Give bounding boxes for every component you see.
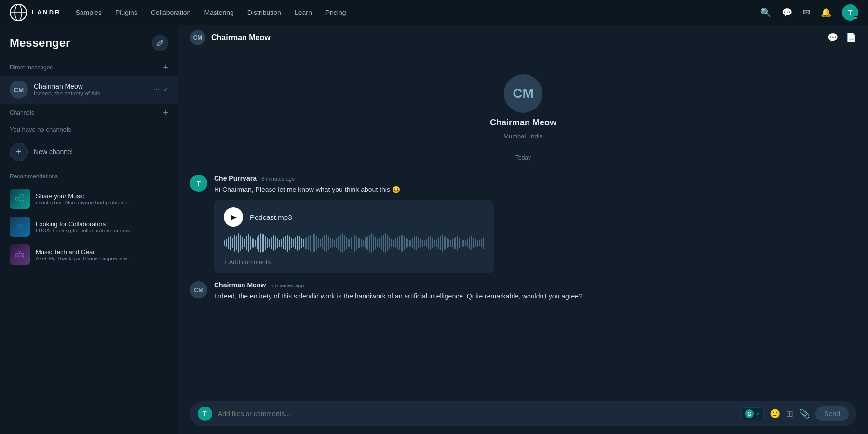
no-channels-message: You have no channels [0, 121, 178, 138]
date-divider-line-left [190, 158, 510, 158]
audio-player: ▶ Podcast.mp3 + Add comments [214, 200, 494, 273]
contact-location: Mumbai, India [503, 133, 543, 140]
dm-name: Chairman Meow [34, 82, 148, 90]
message-group-1: CM Chairman Meow 5 minutes ago Indeed, t… [178, 277, 868, 305]
rec-name: Share your Music [36, 192, 168, 200]
nav-plugins[interactable]: Plugins [115, 9, 137, 16]
channels-label: Channels [10, 109, 34, 116]
message-avatar-1: CM [190, 281, 207, 298]
message-time-1: 5 minutes ago [271, 283, 304, 288]
add-comments-label: + Add comments [224, 258, 271, 266]
sidebar: Messenger Direct messages + CM Chairman … [0, 25, 178, 434]
svg-point-6 [21, 200, 24, 203]
chat-area: CM Chairman Meow 💬 📄 CM Chairman Meow Mu… [178, 25, 868, 434]
dm-preview: Indeed, the entirety of this... [34, 90, 148, 97]
svg-line-7 [18, 197, 21, 198]
chat-bubble-icon[interactable]: 💬 [782, 7, 792, 18]
chat-header-right: 💬 📄 [827, 32, 856, 43]
rec-item-share-music[interactable]: Share your Music christopher: Also anyon… [10, 185, 168, 213]
nav-mastering[interactable]: Mastering [204, 9, 233, 16]
new-channel-label: New channel [34, 148, 73, 156]
bell-icon[interactable]: 🔔 [821, 7, 831, 18]
new-channel-button[interactable]: + New channel [0, 138, 178, 166]
nav-collaboration[interactable]: Collaboration [151, 9, 191, 16]
new-channel-plus-icon: + [10, 143, 28, 161]
svg-line-3 [161, 41, 162, 42]
chat-input-area: T G ✓ 🙂 ⊞ 📎 Send [178, 395, 868, 434]
chat-header-file-icon[interactable]: 📄 [846, 32, 856, 43]
sidebar-header: Messenger [0, 25, 178, 58]
add-direct-message-button[interactable]: + [163, 63, 168, 72]
online-indicator [854, 16, 858, 20]
logo-text: LANDR [32, 9, 61, 16]
recommendations-section: Recommendations Share your Music christo… [0, 166, 178, 272]
attachment-icon[interactable]: 📎 [799, 408, 810, 419]
play-button[interactable]: ▶ [224, 207, 243, 227]
add-file-icon[interactable]: ⊞ [786, 408, 793, 419]
dm-item-chairman-meow[interactable]: CM Chairman Meow Indeed, the entirety of… [0, 76, 178, 104]
rec-name: Music Tech and Gear [36, 248, 168, 256]
message-header-1: Chairman Meow 5 minutes ago [214, 281, 856, 289]
message-avatar-0: T [190, 175, 207, 192]
chat-header-message-icon[interactable]: 💬 [827, 32, 838, 43]
nav-links: Samples Plugins Collaboration Mastering … [76, 9, 761, 16]
rec-thumb-music-tech [10, 244, 30, 265]
search-icon[interactable]: 🔍 [760, 7, 771, 18]
nav-samples[interactable]: Samples [76, 9, 102, 16]
svg-point-10 [20, 224, 23, 227]
rec-item-collaborators[interactable]: Looking for Collaborators LUCA: Looking … [10, 213, 168, 241]
sidebar-title: Messenger [10, 36, 70, 50]
dm-more-icon[interactable]: ··· [153, 85, 160, 94]
main-layout: Messenger Direct messages + CM Chairman … [0, 25, 868, 434]
nav-right-actions: 🔍 💬 ✉ 🔔 T [760, 4, 858, 21]
chat-header-avatar: CM [190, 30, 205, 45]
nav-distribution[interactable]: Distribution [247, 9, 281, 16]
audio-top: ▶ Podcast.mp3 [224, 207, 484, 227]
message-group-0: T Che Purrvara 6 minutes ago Hi Chairman… [178, 171, 868, 277]
input-row: T G ✓ 🙂 ⊞ 📎 Send [190, 401, 856, 426]
landr-logo-icon [10, 4, 27, 21]
message-header-0: Che Purrvara 6 minutes ago [214, 175, 856, 182]
rec-thumb-collaborators [10, 217, 30, 237]
send-button[interactable]: Send [815, 406, 849, 421]
dm-actions: ··· ✓ [153, 85, 168, 94]
channels-section-header: Channels + [0, 104, 178, 121]
rec-info-music-tech: Music Tech and Gear Axel: Hi, Thank you … [36, 248, 168, 261]
chat-header-left: CM Chairman Meow [190, 30, 271, 45]
svg-point-5 [15, 197, 18, 200]
date-divider-text: Today [515, 154, 531, 161]
top-navigation: LANDR Samples Plugins Collaboration Mast… [0, 0, 868, 25]
message-sender-1: Chairman Meow [214, 281, 266, 289]
date-divider-line-right [537, 158, 856, 158]
nav-learn[interactable]: Learn [295, 9, 312, 16]
message-sender-0: Che Purrvara [214, 175, 257, 182]
rec-preview: christopher: Also anyone had problems... [36, 200, 168, 205]
svg-point-13 [21, 255, 23, 257]
logo[interactable]: LANDR [10, 4, 61, 21]
nav-pricing[interactable]: Pricing [326, 9, 346, 16]
date-divider: Today [178, 149, 868, 166]
chat-input[interactable] [218, 410, 735, 418]
message-text-0: Hi Chairman, Please let me know what you… [214, 185, 856, 195]
rec-preview: Axel: Hi, Thank you Blaine I appreciate … [36, 256, 168, 261]
chat-header: CM Chairman Meow 💬 📄 [178, 25, 868, 50]
rec-preview: LUCA: Looking for collaborators for new.… [36, 228, 168, 233]
contact-avatar-large: CM [504, 74, 542, 113]
emoji-icon[interactable]: 🙂 [770, 408, 780, 419]
input-actions: G ✓ 🙂 ⊞ 📎 [741, 407, 810, 420]
add-channel-button[interactable]: + [163, 108, 168, 117]
chat-header-name: Chairman Meow [211, 33, 271, 42]
grammarly-badge[interactable]: G ✓ [741, 407, 764, 420]
message-time-0: 6 minutes ago [261, 176, 295, 182]
dm-avatar-chairman-meow: CM [10, 81, 28, 99]
compose-button[interactable] [152, 35, 168, 51]
rec-thumb-share-music [10, 189, 30, 209]
audio-waveform[interactable] [224, 233, 484, 253]
user-avatar[interactable]: T [842, 4, 858, 21]
svg-point-4 [21, 194, 24, 197]
svg-point-12 [17, 255, 19, 257]
svg-line-8 [18, 200, 21, 201]
add-comments-button[interactable]: + Add comments [224, 258, 484, 266]
rec-item-music-tech[interactable]: Music Tech and Gear Axel: Hi, Thank you … [10, 241, 168, 269]
mail-icon[interactable]: ✉ [803, 7, 810, 18]
